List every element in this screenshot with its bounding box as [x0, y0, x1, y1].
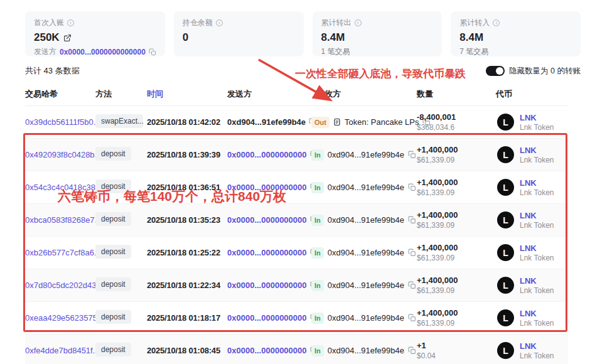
receiver-cell: In 0xd904...91efe99b4e	[311, 215, 417, 226]
amount-value: +1	[417, 341, 496, 350]
method-cell: deposit	[95, 212, 147, 228]
total-out-value: 8.4M	[321, 31, 345, 44]
time-cell: 2025/10/18 01:18:17	[147, 313, 227, 323]
sender-label: 发送方	[34, 46, 56, 57]
sender-cell: 0x0000...0000000000	[227, 183, 311, 192]
method-cell: deposit	[95, 245, 147, 260]
amount-value: +1,400,000	[417, 210, 496, 220]
info-icon[interactable]: i	[355, 19, 362, 26]
header-time[interactable]: 时间	[147, 88, 227, 100]
receiver-address: 0xd904...91efe99b4e	[328, 183, 404, 192]
card-label: 持仓余额 i	[183, 18, 295, 28]
receiver-cell: Out Token: Pancake LPs	[311, 117, 417, 128]
token-symbol-link[interactable]: LNK	[520, 211, 554, 220]
tx-hash-link[interactable]: 0xfe4dde7bd8451f...	[25, 346, 95, 355]
token-symbol-link[interactable]: LNK	[520, 178, 554, 188]
card-label-text: 首次入账	[34, 18, 64, 28]
total-in-txcount: 7 笔交易	[459, 46, 572, 57]
table-row: 0x54c3c4c0418c38... deposit 2025/10/18 0…	[25, 171, 568, 204]
table-row: 0x7d80c5dc202d43... deposit 2025/10/18 0…	[25, 269, 568, 302]
hide-zero-toggle[interactable]	[486, 66, 505, 76]
receiver-address: 0xd904...91efe99b4e	[328, 313, 404, 323]
card-label: 累计转入 i	[459, 18, 572, 28]
time-cell: 2025/10/18 01:08:45	[147, 346, 227, 355]
tx-hash-link[interactable]: 0xeaa429e5623575...	[25, 313, 95, 323]
amount-usd: $61,339.09	[417, 188, 496, 197]
token-symbol-link[interactable]: LNK	[520, 146, 554, 155]
sender-address-link[interactable]: 0x0000...0000000000	[227, 150, 307, 159]
sender-address-link[interactable]: 0x0000...0000000000	[227, 313, 307, 323]
tx-hash-link[interactable]: 0x54c3c4c0418c38...	[25, 183, 95, 192]
token-cell: L LNK Lnk Token	[496, 146, 568, 164]
sender-address-link[interactable]: 0x0000...0000000000	[227, 215, 307, 225]
tx-hash-link[interactable]: 0xb26b577c7cf8a6...	[25, 248, 95, 257]
copy-icon[interactable]	[408, 346, 416, 355]
header-sender: 发送方	[227, 88, 311, 100]
tx-hash-link[interactable]: 0x39dcb56111f5b0...	[25, 117, 95, 127]
info-icon[interactable]: i	[67, 19, 74, 26]
copy-icon[interactable]	[149, 48, 156, 56]
sender-address-link[interactable]: 0x0000...0000000000	[227, 281, 307, 290]
token-symbol-link[interactable]: LNK	[520, 113, 554, 122]
amount-cell: +1 $0.04	[417, 341, 496, 360]
card-label-text: 累计转入	[459, 18, 490, 28]
amount-usd: $61,339.09	[417, 286, 496, 295]
receiver-address: 0xd904...91efe99b4e	[328, 215, 404, 225]
sender-address-link[interactable]: 0x0000...0000000000	[227, 248, 307, 257]
tx-hash-link[interactable]: 0xbca0583f8268e7...	[25, 215, 95, 225]
header-tx-hash: 交易哈希	[25, 88, 95, 100]
card-label: 首次入账 i	[34, 18, 156, 28]
sender-address-link[interactable]: 0x0000...0000000000	[227, 183, 307, 192]
info-icon[interactable]: i	[493, 19, 500, 26]
amount-usd: $61,339.09	[417, 319, 496, 328]
table-row: 0x492093f8c0428b... deposit 2025/10/18 0…	[25, 139, 568, 171]
total-in-value: 8.4M	[459, 31, 483, 44]
token-name: Lnk Token	[520, 254, 554, 262]
table-body: 0x39dcb56111f5b0... swapExact... 2025/10…	[25, 106, 568, 364]
copy-icon[interactable]	[408, 281, 416, 289]
tx-hash-link[interactable]: 0x492093f8c0428b...	[25, 150, 95, 159]
method-badge: deposit	[95, 245, 131, 259]
token-symbol-link[interactable]: LNK	[520, 276, 554, 286]
amount-cell: +1,400,000 $61,339.09	[417, 210, 496, 230]
first-inflow-value: 250K	[34, 31, 60, 44]
hide-zero-toggle-wrap: 隐藏数量为 0 的转账	[486, 66, 581, 77]
token-name: Lnk Token	[520, 123, 554, 132]
copy-icon[interactable]	[408, 314, 416, 322]
record-count: 共计 43 条数据	[25, 65, 80, 77]
contract-icon	[333, 118, 341, 126]
amount-cell: +1,400,000 $61,339.09	[417, 145, 496, 164]
direction-badge: In	[311, 280, 324, 291]
token-cell: L LNK Lnk Token	[496, 276, 568, 295]
sender-cell: 0x0000...0000000000	[227, 313, 311, 323]
token-symbol-link[interactable]: LNK	[520, 244, 554, 253]
sender-address-link[interactable]: 0x0000...0000000000000	[60, 48, 146, 56]
transactions-table: 交易哈希 方法 时间 发送方 接收方 数量 代币 0x39dcb56111f5b…	[25, 87, 568, 364]
copy-icon[interactable]	[408, 183, 416, 191]
copy-icon[interactable]	[408, 249, 416, 257]
token-symbol-link[interactable]: LNK	[520, 341, 554, 351]
tx-hash-link[interactable]: 0x7d80c5dc202d43...	[25, 281, 95, 290]
card-label: 累计转出 i	[321, 18, 434, 28]
copy-icon[interactable]	[408, 151, 416, 159]
sender-address: 0xd904...91efe99b4e	[227, 117, 306, 127]
external-link-icon[interactable]	[63, 34, 72, 42]
token-cell: L LNK Lnk Token	[496, 341, 568, 360]
receiver-cell: In 0xd904...91efe99b4e	[311, 345, 417, 356]
receiver-address: 0xd904...91efe99b4e	[328, 346, 404, 355]
token-symbol-link[interactable]: LNK	[520, 309, 554, 318]
time-cell: 2025/10/18 01:35:23	[147, 215, 227, 225]
receiver-cell: In 0xd904...91efe99b4e	[311, 247, 417, 259]
receiver-address-link[interactable]: Token: Pancake LPs	[345, 117, 419, 127]
copy-icon[interactable]	[408, 216, 416, 224]
token-icon: L	[497, 146, 514, 163]
method-badge: deposit	[95, 179, 131, 193]
card-total-out: 累计转出 i 8.4M 1 笔交易	[313, 11, 442, 56]
time-cell: 2025/10/18 01:42:02	[147, 117, 227, 127]
table-header: 交易哈希 方法 时间 发送方 接收方 数量 代币	[25, 87, 568, 106]
sender-address-link[interactable]: 0x0000...0000000000	[227, 346, 307, 355]
token-icon: L	[497, 179, 514, 196]
info-icon[interactable]: i	[216, 19, 223, 26]
table-row: 0xeaa429e5623575... deposit 2025/10/18 0…	[25, 302, 568, 335]
amount-value: +1,400,000	[417, 243, 496, 252]
